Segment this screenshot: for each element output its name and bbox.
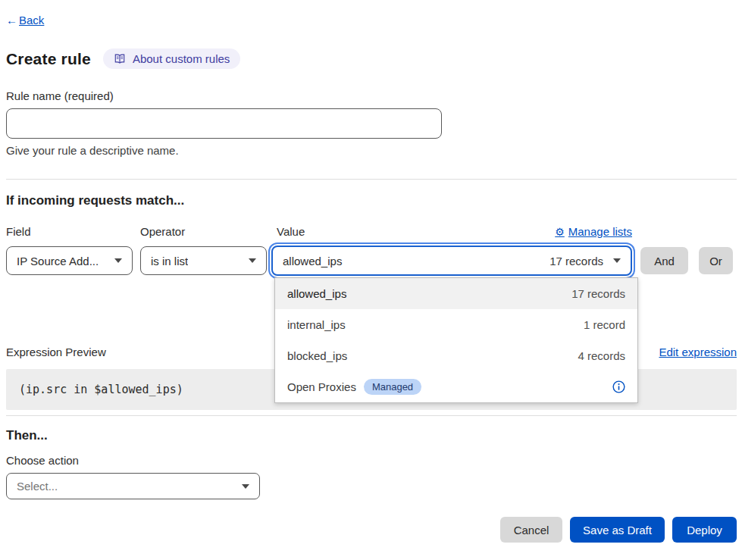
- create-rule-page: ←Back Create rule About custom rules Rul…: [0, 0, 742, 560]
- list-item-records: 1 record: [584, 318, 625, 331]
- manage-lists-label: Manage lists: [568, 225, 632, 238]
- save-as-draft-button[interactable]: Save as Draft: [570, 517, 665, 543]
- then-section-heading: Then...: [6, 428, 737, 443]
- rule-name-input[interactable]: [6, 108, 442, 139]
- list-item-records: 17 records: [571, 287, 625, 300]
- expression-preview-label: Expression Preview: [6, 346, 106, 358]
- value-select-records: 17 records: [549, 255, 603, 267]
- operator-label: Operator: [140, 225, 267, 238]
- back-link[interactable]: ←Back: [6, 14, 44, 27]
- or-button[interactable]: Or: [699, 247, 733, 274]
- value-label: Value: [277, 225, 305, 238]
- list-item-records: 4 records: [578, 349, 625, 362]
- list-item-internal-ips[interactable]: internal_ips 1 record: [275, 309, 637, 340]
- about-custom-rules-link[interactable]: About custom rules: [103, 48, 240, 69]
- list-item-allowed-ips[interactable]: allowed_ips 17 records: [275, 278, 637, 309]
- condition-selects-row: IP Source Add... is in list allowed_ips …: [6, 246, 737, 276]
- chevron-down-icon: [249, 258, 256, 263]
- chevron-down-icon: [114, 258, 122, 263]
- section-divider: [6, 179, 737, 180]
- title-row: Create rule About custom rules: [6, 48, 737, 69]
- list-item-name: allowed_ips: [287, 287, 346, 300]
- value-select[interactable]: allowed_ips 17 records: [271, 246, 632, 276]
- expression-code: (ip.src in $allowed_ips): [19, 383, 183, 396]
- rule-name-help-text: Give your rule a descriptive name.: [6, 144, 737, 157]
- list-item-name: Open Proxies: [287, 380, 356, 393]
- back-link-label: Back: [19, 14, 44, 27]
- back-row: ←Back: [6, 0, 737, 27]
- info-icon[interactable]: [612, 380, 625, 393]
- operator-select[interactable]: is in list: [140, 246, 267, 275]
- manage-lists-link[interactable]: ⚙Manage lists: [555, 225, 632, 238]
- section-divider: [6, 415, 737, 416]
- choose-action-label: Choose action: [6, 454, 737, 467]
- action-select-placeholder: Select...: [17, 480, 58, 493]
- footer-actions: Cancel Save as Draft Deploy: [6, 517, 737, 543]
- list-dropdown-panel: allowed_ips 17 records internal_ips 1 re…: [274, 277, 638, 403]
- book-icon: [114, 53, 126, 64]
- condition-labels-row: Field Operator Value ⚙Manage lists: [6, 225, 737, 238]
- deploy-button[interactable]: Deploy: [672, 517, 737, 543]
- list-item-name: internal_ips: [287, 318, 346, 331]
- chevron-down-icon: [242, 484, 249, 489]
- operator-select-value: is in list: [151, 255, 188, 267]
- value-select-value: allowed_ips: [283, 255, 342, 267]
- page-title: Create rule: [6, 50, 91, 68]
- gear-icon: ⚙: [555, 226, 565, 238]
- list-item-blocked-ips[interactable]: blocked_ips 4 records: [275, 340, 637, 371]
- edit-expression-link[interactable]: Edit expression: [659, 346, 737, 358]
- list-item-name: blocked_ips: [287, 349, 347, 362]
- rule-name-label: Rule name (required): [6, 89, 737, 102]
- cancel-button[interactable]: Cancel: [500, 517, 562, 543]
- managed-badge: Managed: [364, 379, 421, 395]
- chevron-down-icon: [613, 258, 621, 263]
- and-button[interactable]: And: [640, 247, 688, 274]
- field-select-value: IP Source Add...: [17, 255, 99, 267]
- field-label: Field: [6, 225, 133, 238]
- about-custom-rules-label: About custom rules: [133, 52, 230, 65]
- back-arrow-icon: ←: [6, 14, 17, 27]
- match-section-heading: If incoming requests match...: [6, 193, 737, 208]
- action-select[interactable]: Select...: [6, 473, 260, 499]
- field-select[interactable]: IP Source Add...: [6, 246, 133, 275]
- list-item-open-proxies[interactable]: Open Proxies Managed: [275, 371, 637, 402]
